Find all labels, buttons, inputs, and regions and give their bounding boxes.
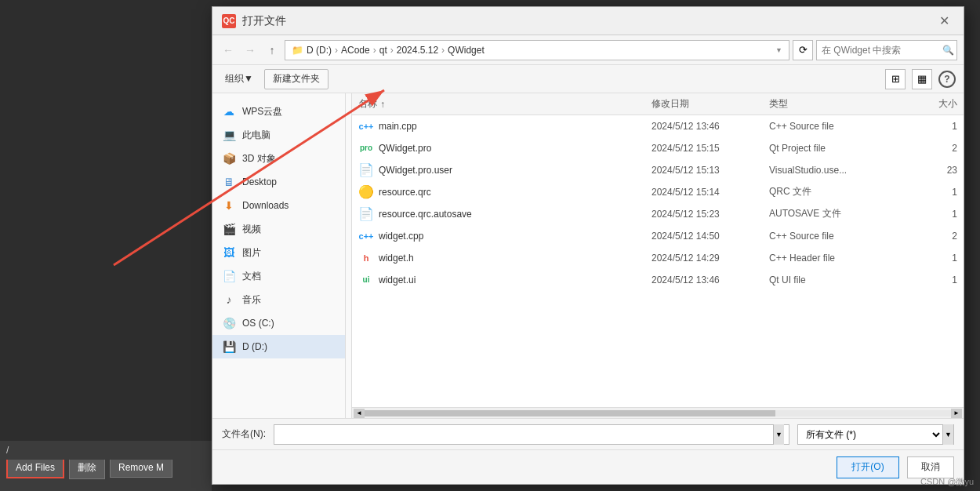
up-button[interactable]: ↑ [263,41,281,60]
videos-icon: 🎬 [222,222,236,236]
path-part-2: ACode [341,45,370,56]
add-files-button[interactable]: Add Files [6,456,64,478]
horizontal-scrollbar[interactable]: ◄ ► [352,407,964,418]
file-size-pro-user: 23 [910,165,957,176]
file-date-qwidget-pro: 2024/5/12 15:15 [652,143,769,154]
editor-input-bar: / [0,441,212,460]
autosave-icon: 📄 [358,206,374,222]
dialog-content: ☁ WPS云盘 💻 此电脑 📦 3D 对象 🖥 Desktop ⬇ D [212,93,964,418]
filetype-select[interactable]: 所有文件 (*) [798,428,942,441]
scroll-track [365,410,951,416]
file-row-resource-qrc[interactable]: 🟡 resource.qrc 2024/5/12 15:14 QRC 文件 1 [352,181,964,203]
file-size-widget-cpp: 2 [910,231,957,242]
sidebar-item-pictures[interactable]: 🖼 图片 [212,241,345,264]
sidebar-label-music: 音乐 [242,293,261,307]
file-type-widget-h: C++ Header file [769,253,910,264]
close-button[interactable]: ✕ [935,12,954,30]
open-file-dialog: QC 打开文件 ✕ ← → ↑ 📁 D (D:) › ACode › qt › … [212,6,964,485]
file-row-resource-autosave[interactable]: 📄 resource.qrc.autosave 2024/5/12 15:23 … [352,203,964,225]
dialog-title-bar: QC 打开文件 ✕ [212,7,964,35]
file-name-main-cpp: main.cpp [379,121,652,132]
sidebar-item-desktop[interactable]: 🖥 Desktop [212,170,345,194]
file-date-widget-cpp: 2024/5/12 14:50 [652,231,769,242]
sidebar-item-d-drive[interactable]: 💾 D (D:) [212,335,345,358]
separator-3: › [390,45,394,56]
header-size[interactable]: 大小 [910,97,957,111]
scroll-left-button[interactable]: ◄ [354,409,365,418]
address-path[interactable]: 📁 D (D:) › ACode › qt › 2024.5.12 › QWid… [285,40,789,60]
d-drive-icon: 💾 [222,340,236,354]
path-folder-icon: 📁 [292,45,303,56]
file-type-main-cpp: C++ Source file [769,121,910,132]
filetype-select-wrap[interactable]: 所有文件 (*) ▼ [797,424,954,445]
sidebar-item-videos[interactable]: 🎬 视频 [212,217,345,241]
file-name-widget-h: widget.h [379,253,652,264]
filename-dropdown-button[interactable]: ▼ [773,424,784,445]
new-folder-button[interactable]: 新建文件夹 [264,69,328,89]
pictures-icon: 🖼 [222,246,236,260]
refresh-button[interactable]: ⟳ [793,40,813,60]
file-row-pro-user[interactable]: 📄 QWidget.pro.user 2024/5/12 15:13 Visua… [352,159,964,181]
title-bar-left: QC 打开文件 [222,14,286,28]
sidebar-item-downloads[interactable]: ⬇ Downloads [212,194,345,217]
file-row-widget-ui[interactable]: ui widget.ui 2024/5/12 13:46 Qt UI file … [352,269,964,291]
music-icon: ♪ [222,293,236,307]
filename-input-wrap[interactable]: ▼ [274,424,789,445]
organize-button[interactable]: 组织▼ [220,69,258,89]
file-date-resource-qrc: 2024/5/12 15:14 [652,187,769,198]
search-box[interactable]: 🔍 [816,40,957,60]
toolbar: 组织▼ 新建文件夹 ⊞ ▦ ? [212,65,964,93]
scroll-thumb[interactable] [365,410,775,416]
search-input[interactable] [822,45,939,56]
header-type[interactable]: 类型 [769,97,910,111]
header-name[interactable]: 名称 ↑ [358,97,652,111]
sidebar-label-downloads: Downloads [242,200,289,211]
sidebar-item-os-c[interactable]: 💿 OS (C:) [212,311,345,335]
widget-cpp-icon: c++ [358,228,374,244]
sidebar-item-3d-objects[interactable]: 📦 3D 对象 [212,147,345,170]
sidebar-item-music[interactable]: ♪ 音乐 [212,288,345,311]
view-layout-button[interactable]: ▦ [912,69,932,89]
forward-button[interactable]: → [241,41,260,60]
sidebar-item-documents[interactable]: 📄 文档 [212,264,345,288]
sidebar-label-desktop: Desktop [242,176,277,187]
address-bar: ← → ↑ 📁 D (D:) › ACode › qt › 2024.5.12 … [212,35,964,65]
file-list-header: 名称 ↑ 修改日期 类型 大小 [352,93,964,115]
file-name-qwidget-pro: QWidget.pro [379,143,652,154]
file-size-qwidget-pro: 2 [910,143,957,154]
filetype-dropdown-icon: ▼ [942,424,953,445]
file-list: c++ main.cpp 2024/5/12 13:46 C++ Source … [352,115,964,407]
file-size-resource-autosave: 1 [910,209,957,220]
buttons-bar: 打开(O) 取消 [212,449,964,484]
file-row-widget-cpp[interactable]: c++ widget.cpp 2024/5/12 14:50 C++ Sourc… [352,225,964,247]
cancel-button[interactable]: 取消 [907,456,954,478]
sidebar-item-this-pc[interactable]: 💻 此电脑 [212,123,345,147]
file-size-resource-qrc: 1 [910,187,957,198]
sort-icon: ↑ [380,99,385,110]
view-details-button[interactable]: ⊞ [885,69,906,89]
separator-2: › [373,45,376,56]
file-row-main-cpp[interactable]: c++ main.cpp 2024/5/12 13:46 C++ Source … [352,115,964,137]
sidebar-label-3d-objects: 3D 对象 [242,152,276,165]
back-button[interactable]: ← [219,41,238,60]
remove-button[interactable]: Remove M [110,457,172,478]
file-name-pro-user: QWidget.pro.user [379,165,652,176]
filename-input[interactable] [279,429,773,440]
pro-icon: pro [358,140,374,156]
file-date-pro-user: 2024/5/12 15:13 [652,165,769,176]
header-date[interactable]: 修改日期 [652,97,769,111]
separator-1: › [335,45,338,56]
file-type-pro-user: VisualStudio.use... [769,165,910,176]
sidebar-label-wps: WPS云盘 [242,105,282,118]
path-part-3: qt [379,45,387,56]
open-button[interactable]: 打开(O) [837,456,899,478]
wps-cloud-icon: ☁ [222,104,236,118]
scroll-right-button[interactable]: ► [951,409,962,418]
file-row-widget-h[interactable]: h widget.h 2024/5/12 14:29 C++ Header fi… [352,247,964,269]
path-part-4: 2024.5.12 [397,45,438,56]
cpp-icon: c++ [358,118,374,134]
sidebar-item-wps[interactable]: ☁ WPS云盘 [212,100,345,123]
file-type-widget-ui: Qt UI file [769,275,910,286]
help-button[interactable]: ? [938,71,956,88]
file-row-qwidget-pro[interactable]: pro QWidget.pro 2024/5/12 15:15 Qt Proje… [352,137,964,159]
